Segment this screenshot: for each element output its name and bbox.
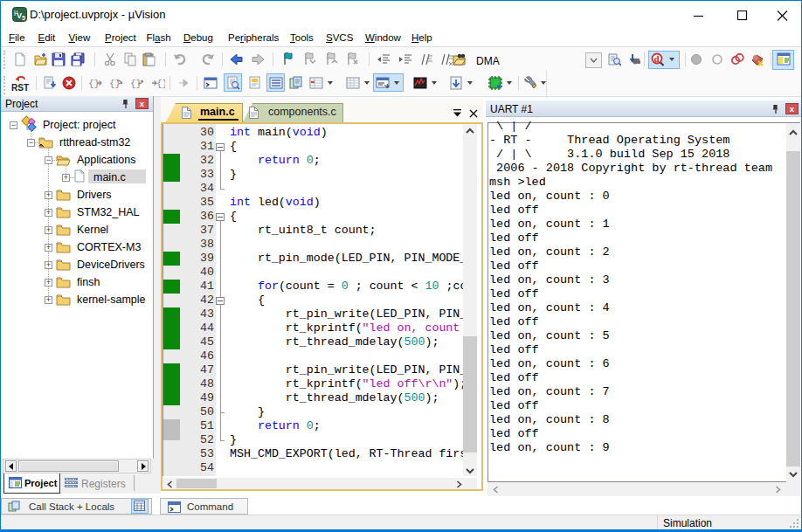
svg-text:RST: RST (11, 83, 29, 93)
svg-text:{}: {} (156, 79, 165, 89)
svg-text:d: d (654, 53, 660, 64)
svg-text:{}: {} (88, 79, 100, 89)
svg-text:5: 5 (22, 15, 25, 21)
